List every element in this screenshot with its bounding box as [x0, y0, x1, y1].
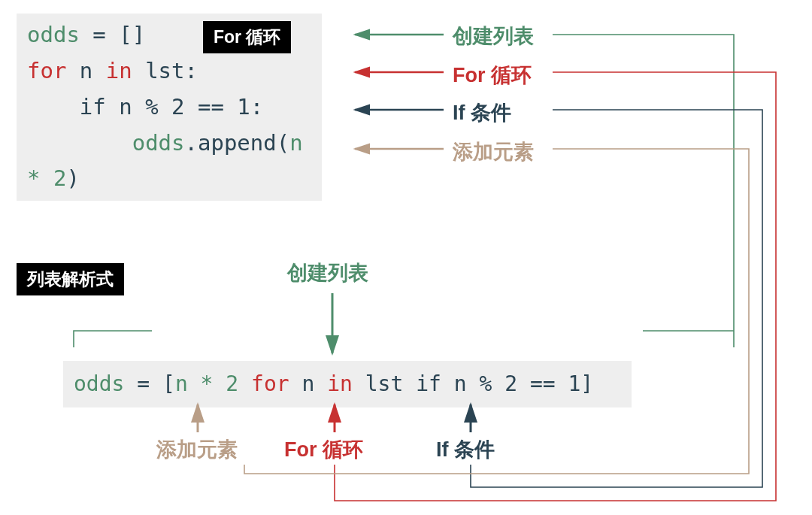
badge-list-comp: 列表解析式 [17, 263, 124, 295]
connector-red [335, 72, 776, 501]
annotation-append-bottom: 添加元素 [156, 436, 238, 463]
token-in: in [106, 58, 132, 83]
token-append: .append( [185, 130, 290, 156]
code-line-4: odds.append(n * 2) [27, 126, 311, 198]
badge-for-loop: For 循环 [203, 21, 291, 53]
annotation-create-list-bottom: 创建列表 [287, 259, 368, 286]
annotation-create-list-top: 创建列表 [453, 23, 534, 50]
token-odds-b: odds [74, 371, 124, 396]
token-in-b: in [327, 371, 353, 396]
token-n: n [66, 58, 105, 83]
sp2 [403, 371, 416, 396]
token-for: for [27, 58, 66, 83]
token-lbracket: [ [162, 371, 175, 396]
token-lst: lst [132, 58, 185, 83]
code-block-list-comp: odds = [n * 2 for n in lst if n % 2 == 1… [63, 361, 632, 407]
annotation-for-loop-bottom: For 循环 [284, 436, 363, 463]
annotation-append-top: 添加元素 [453, 138, 534, 165]
token-eq: = [80, 22, 119, 47]
token-for-b: for [251, 371, 289, 396]
token-if-b: if [416, 371, 441, 396]
code-line-2: for n in lst: [27, 53, 311, 89]
annotation-for-loop-top: For 循环 [453, 62, 532, 89]
annotation-if-cond-top: If 条件 [453, 99, 511, 126]
token-brackets: [] [119, 22, 145, 47]
sp [238, 371, 251, 396]
indent [27, 94, 80, 120]
token-close: ) [66, 165, 79, 191]
token-cond-b: n % 2 == 1 [441, 371, 580, 396]
token-if: if [80, 94, 106, 120]
token-rbracket: ] [580, 371, 593, 396]
annotation-if-cond-bottom: If 条件 [436, 436, 495, 463]
connector-dark [471, 110, 762, 487]
code-line-3: if n % 2 == 1: [27, 89, 311, 126]
token-odds: odds [27, 22, 80, 47]
token-lst-b: lst [353, 371, 403, 396]
token-eq-b: = [124, 371, 162, 396]
token-n-b: n [289, 371, 328, 396]
indent [27, 130, 132, 156]
token-odds2: odds [132, 130, 185, 156]
token-colon: : [185, 58, 198, 83]
token-cond: n % 2 == 1: [106, 94, 264, 120]
token-expr-b: n * 2 [175, 371, 238, 396]
